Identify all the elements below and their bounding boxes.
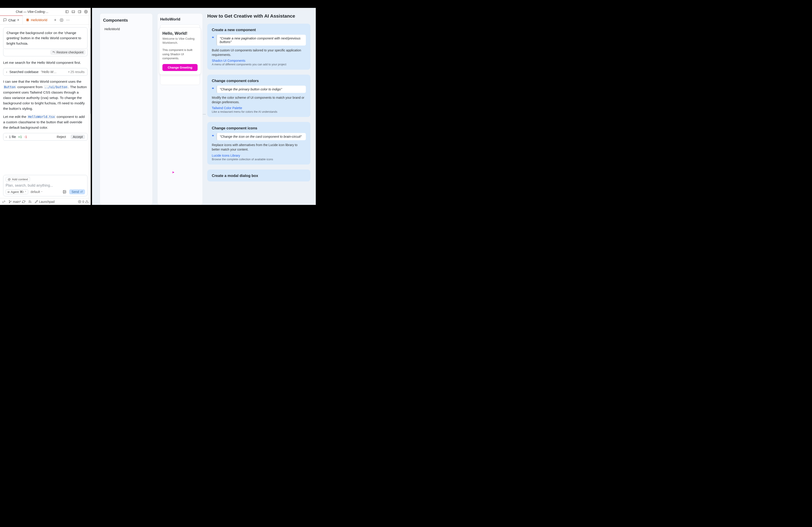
search-result-box[interactable]: › Searched codebase "Hello W… • 25 resul… bbox=[3, 68, 88, 76]
help-quote: "Change the icon on the card component t… bbox=[216, 133, 306, 140]
help-card-modal: Create a modal dialog box bbox=[207, 169, 310, 181]
status-bar: main* Launchpad 0 bbox=[0, 198, 91, 205]
window-header: Chat — Vibe-Coding-... bbox=[0, 8, 91, 16]
help-card-title: Change component colors bbox=[212, 79, 306, 83]
code-inline: HelloWorld.tsx bbox=[27, 115, 56, 119]
tab-strip: Chat × HelloWorld + ⋯ bbox=[0, 16, 91, 25]
window-title: Chat — Vibe-Coding-... bbox=[16, 10, 63, 14]
change-greeting-button[interactable]: Change Greeting bbox=[162, 64, 198, 71]
svg-point-6 bbox=[86, 11, 86, 12]
close-icon[interactable]: × bbox=[17, 18, 19, 22]
svg-rect-2 bbox=[72, 10, 75, 13]
error-icon bbox=[78, 200, 81, 203]
composer: @ Add context ∞ Agent ⌘I ⌃ default ⌃ Sen… bbox=[3, 175, 88, 196]
drag-handle-icon[interactable]: ⋮ bbox=[203, 113, 206, 116]
help-sub: Like a restaurant menu for colors the AI… bbox=[212, 110, 306, 114]
infinity-icon: ∞ bbox=[8, 190, 10, 194]
image-icon[interactable] bbox=[62, 189, 67, 194]
svg-point-18 bbox=[29, 201, 29, 201]
svg-point-16 bbox=[9, 202, 10, 203]
warning-icon bbox=[85, 200, 88, 203]
diff-box[interactable]: › 1 file +1 -1 Reject Accept bbox=[3, 133, 88, 141]
chevron-up-icon: ⌃ bbox=[41, 191, 43, 193]
remote-icon[interactable] bbox=[2, 200, 5, 203]
help-card-icons: Change component icons ❝ "Change the ico… bbox=[207, 122, 310, 164]
help-title: How to Get Creative with AI Assistance bbox=[207, 13, 310, 19]
more-icon[interactable]: ⋯ bbox=[66, 18, 70, 22]
card-subtitle: Welcome to Vibe Coding Workbench. bbox=[162, 37, 198, 45]
help-desc: Replace icons with alternatives from the… bbox=[212, 143, 306, 152]
help-sub: Browse the complete collection of availa… bbox=[212, 158, 306, 161]
help-link[interactable]: Lucide Icons Library bbox=[212, 154, 306, 157]
svg-point-17 bbox=[11, 201, 11, 201]
gear-icon[interactable] bbox=[84, 9, 88, 14]
sync-icon[interactable] bbox=[22, 200, 25, 203]
search-count: • 25 results bbox=[68, 70, 85, 74]
send-button[interactable]: Send ⏎ bbox=[69, 189, 85, 194]
svg-rect-0 bbox=[66, 10, 68, 13]
chevron-right-icon: › bbox=[6, 70, 7, 74]
preview-panel: HelloWorld Hello, World! Welcome to Vibe… bbox=[157, 13, 203, 205]
chat-input[interactable] bbox=[6, 183, 85, 187]
help-link[interactable]: Shadcn UI Components bbox=[212, 59, 306, 62]
component-item-helloworld[interactable]: HelloWorld bbox=[103, 26, 149, 32]
panel-left-icon[interactable] bbox=[64, 9, 70, 14]
help-link[interactable]: Tailwind Color Palette bbox=[212, 106, 306, 110]
search-label: Searched codebase bbox=[10, 70, 39, 74]
help-sub: A menu of different components you can a… bbox=[212, 63, 306, 66]
tab-chat[interactable]: Chat × bbox=[0, 16, 23, 24]
panel-bottom-icon[interactable] bbox=[71, 9, 76, 14]
chat-icon bbox=[3, 18, 7, 22]
restore-checkpoint-button[interactable]: Restore checkpoint bbox=[50, 50, 86, 55]
accept-button[interactable]: Accept bbox=[71, 135, 85, 139]
svg-point-14 bbox=[64, 191, 64, 192]
svg-point-7 bbox=[27, 20, 28, 20]
new-tab-icon[interactable]: + bbox=[53, 18, 58, 22]
card-desc: This component is built using Shadcn UI … bbox=[162, 48, 198, 60]
reject-button[interactable]: Reject bbox=[55, 135, 68, 139]
tab-label: Chat bbox=[8, 18, 16, 22]
tab-helloworld[interactable]: HelloWorld bbox=[23, 16, 50, 24]
enter-icon: ⏎ bbox=[80, 190, 83, 194]
rocket-icon bbox=[35, 200, 38, 203]
help-quote: "Create a new pagination component with … bbox=[216, 35, 306, 46]
search-query: "Hello W… bbox=[41, 70, 66, 74]
panel-right-icon[interactable] bbox=[77, 9, 82, 14]
chat-scroll[interactable]: Change the background color on the 'chan… bbox=[0, 25, 91, 174]
help-card-title: Change component icons bbox=[212, 126, 306, 130]
code-inline: Button bbox=[3, 85, 16, 89]
branch-status[interactable]: main* bbox=[9, 200, 25, 204]
quote-icon: ❝ bbox=[212, 35, 214, 46]
help-card-new-component: Create a new component ❝ "Create a new p… bbox=[207, 24, 310, 70]
help-desc: Modify the color scheme of UI components… bbox=[212, 95, 306, 104]
assistant-text: I can see that the Hello World component… bbox=[3, 79, 88, 111]
svg-point-20 bbox=[30, 202, 31, 202]
agent-mode-chip[interactable]: ∞ Agent ⌘I ⌃ bbox=[6, 189, 28, 194]
quote-icon: ❝ bbox=[212, 86, 214, 93]
split-icon[interactable] bbox=[59, 18, 64, 22]
cursor-icon: ➤ bbox=[172, 170, 175, 174]
error-count[interactable]: 0 bbox=[78, 200, 88, 204]
components-heading: Components bbox=[103, 18, 149, 23]
model-select[interactable]: default ⌃ bbox=[30, 190, 43, 194]
chevron-up-icon: ⌃ bbox=[25, 191, 26, 193]
pr-icon[interactable] bbox=[28, 200, 32, 203]
launchpad-status[interactable]: Launchpad bbox=[35, 200, 55, 204]
preview-heading: HelloWorld bbox=[160, 17, 200, 21]
quote-icon: ❝ bbox=[212, 133, 214, 140]
components-panel: Components HelloWorld bbox=[100, 13, 153, 205]
card-title: Hello, World! bbox=[162, 31, 198, 36]
help-card-colors: Change component colors ❝ "Change the pr… bbox=[207, 75, 310, 117]
user-message: Change the background color on the 'chan… bbox=[3, 27, 88, 49]
tab-label: HelloWorld bbox=[31, 18, 47, 22]
chevron-right-icon: › bbox=[6, 135, 7, 139]
svg-point-15 bbox=[9, 200, 10, 201]
help-card-title: Create a modal dialog box bbox=[212, 174, 306, 178]
help-card-title: Create a new component bbox=[212, 28, 306, 32]
help-quote: "Change the primary button color to indi… bbox=[216, 86, 306, 93]
add-context-chip[interactable]: @ Add context bbox=[6, 177, 30, 182]
at-icon: @ bbox=[8, 178, 11, 181]
scrollbar[interactable] bbox=[89, 28, 91, 114]
undo-icon bbox=[52, 51, 55, 54]
help-panel[interactable]: How to Get Creative with AI Assistance C… bbox=[207, 13, 312, 205]
